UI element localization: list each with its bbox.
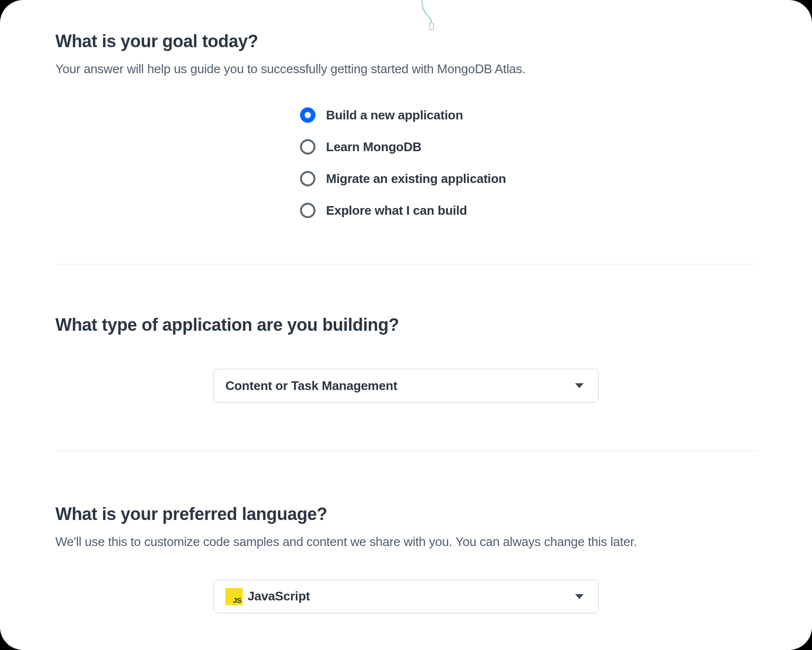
radio-unselected-icon (300, 139, 315, 155)
goal-section: What is your goal today? Your answer wil… (55, 31, 757, 218)
goal-radio-group: Build a new application Learn MongoDB Mi… (300, 107, 757, 218)
language-value: JavaScript (248, 589, 310, 604)
goal-option-learn-mongodb[interactable]: Learn MongoDB (300, 139, 757, 155)
caret-down-icon (575, 594, 584, 599)
divider (55, 451, 757, 451)
onboarding-window: What is your goal today? Your answer wil… (0, 0, 812, 650)
select-left: Content or Task Management (225, 378, 397, 393)
goal-option-build-new-app[interactable]: Build a new application (300, 107, 757, 123)
goal-title: What is your goal today? (55, 31, 757, 52)
language-section: What is your preferred language? We'll u… (55, 504, 757, 613)
javascript-icon: JS (225, 588, 243, 605)
radio-label: Explore what I can build (326, 203, 467, 218)
language-select-wrap: JS JavaScript (55, 580, 757, 613)
app-type-title: What type of application are you buildin… (55, 315, 757, 335)
caret-down-icon (575, 383, 584, 388)
radio-selected-icon (300, 107, 315, 123)
content-area: What is your goal today? Your answer wil… (55, 0, 757, 613)
app-type-section: What type of application are you buildin… (55, 315, 757, 403)
radio-label: Learn MongoDB (326, 140, 421, 155)
radio-unselected-icon (300, 203, 315, 218)
language-subtitle: We'll use this to customize code samples… (55, 533, 757, 550)
radio-label: Build a new application (326, 108, 463, 123)
radio-unselected-icon (300, 171, 315, 186)
goal-subtitle: Your answer will help us guide you to su… (55, 60, 757, 78)
language-select[interactable]: JS JavaScript (213, 580, 599, 613)
app-type-value: Content or Task Management (225, 378, 397, 393)
app-type-select[interactable]: Content or Task Management (213, 369, 599, 403)
app-type-select-wrap: Content or Task Management (55, 369, 757, 403)
radio-label: Migrate an existing application (326, 171, 506, 186)
goal-option-migrate-app[interactable]: Migrate an existing application (300, 171, 757, 186)
language-title: What is your preferred language? (55, 504, 757, 524)
divider (55, 264, 757, 264)
select-left: JS JavaScript (225, 588, 310, 605)
goal-option-explore[interactable]: Explore what I can build (300, 203, 757, 218)
